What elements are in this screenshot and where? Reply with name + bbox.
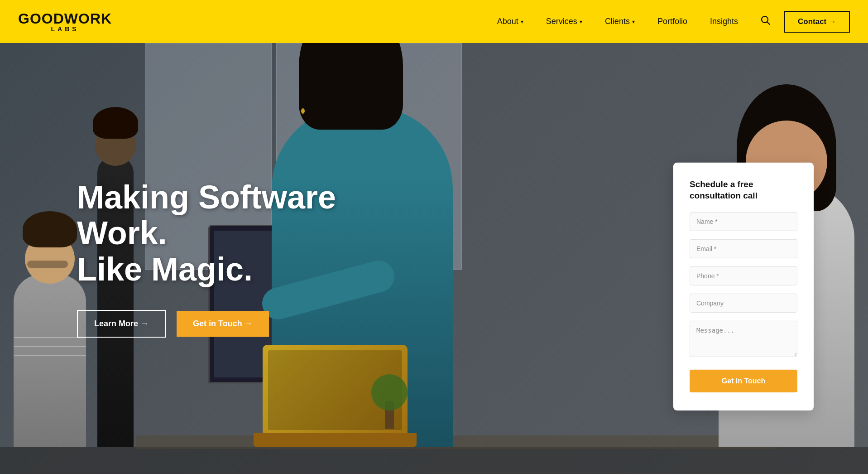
company-input[interactable] [690,294,797,313]
message-textarea[interactable] [690,321,797,357]
logo-text-sub: LABS [18,26,112,32]
nav-insights[interactable]: Insights [710,17,738,26]
navbar: GOODWORK LABS About ▾ Services ▾ Clients… [0,0,868,43]
search-button[interactable] [761,15,771,28]
message-field-group [690,321,797,368]
search-icon [761,16,771,28]
nav-clients[interactable]: Clients ▾ [605,17,635,26]
nav-portfolio[interactable]: Portfolio [657,17,687,26]
chevron-down-icon: ▾ [632,19,635,25]
nav-right: Contact → [761,11,850,33]
email-input[interactable] [690,239,797,258]
hero-floor [0,447,868,474]
form-submit-button[interactable]: Get in Touch [690,370,797,392]
chevron-down-icon: ▾ [580,19,582,25]
logo[interactable]: GOODWORK LABS [18,11,112,32]
name-input[interactable] [690,212,797,231]
logo-text-main: GOODWORK [18,11,112,26]
get-in-touch-hero-button[interactable]: Get in Touch → [177,311,269,337]
plant [371,374,408,429]
phone-input[interactable] [690,266,797,285]
consult-card-title: Schedule a free consultation call [690,179,797,201]
hero-headline: Making Software Work. Like Magic. [77,179,394,287]
contact-button[interactable]: Contact → [784,11,850,33]
hero-content: Making Software Work. Like Magic. Learn … [0,136,394,338]
nav-services[interactable]: Services ▾ [546,17,582,26]
company-field-group [690,294,797,319]
chevron-down-icon: ▾ [521,19,523,25]
nav-about[interactable]: About ▾ [497,17,523,26]
svg-line-1 [767,22,770,24]
nav-links: About ▾ Services ▾ Clients ▾ Portfolio I… [497,17,738,26]
laptop-base [254,433,417,447]
learn-more-button[interactable]: Learn More → [77,310,166,338]
hero-section: Making Software Work. Like Magic. Learn … [0,0,868,474]
name-field-group [690,212,797,237]
phone-field-group [690,266,797,292]
hero-buttons: Learn More → Get in Touch → [77,310,394,338]
email-field-group [690,239,797,265]
consult-card: Schedule a free consultation call Get in… [673,163,814,411]
